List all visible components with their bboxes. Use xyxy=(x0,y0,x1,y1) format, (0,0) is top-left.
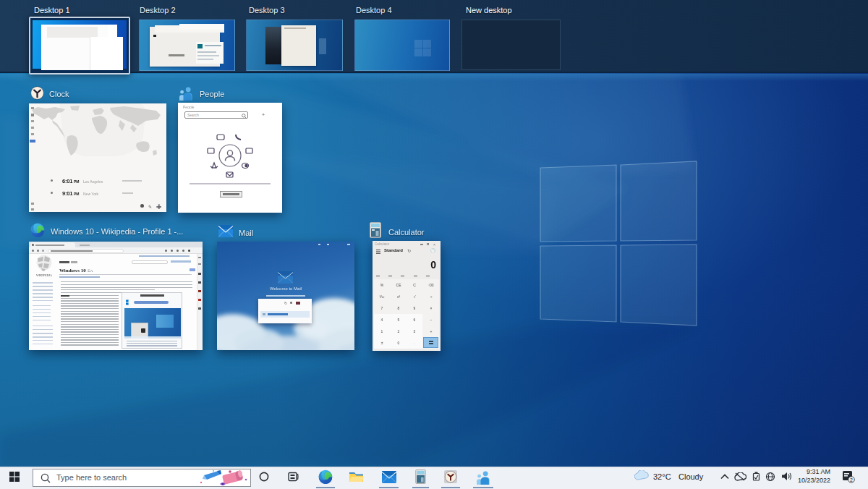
svg-text:−: − xyxy=(430,318,433,322)
svg-text:√: √ xyxy=(414,294,416,299)
svg-text:1: 1 xyxy=(381,329,383,333)
svg-text:×: × xyxy=(430,306,433,310)
svg-text:.: . xyxy=(414,341,414,345)
svg-text:7: 7 xyxy=(381,306,383,310)
svg-text:CE: CE xyxy=(396,283,402,287)
svg-text:4: 4 xyxy=(381,318,383,322)
svg-text:3: 3 xyxy=(414,329,416,333)
svg-text:÷: ÷ xyxy=(430,294,433,299)
svg-text:WIKIPEDIA: WIKIPEDIA xyxy=(36,273,52,277)
svg-text:8: 8 xyxy=(398,306,400,310)
svg-text:2: 2 xyxy=(850,477,853,482)
svg-text:⅒: ⅒ xyxy=(380,294,385,299)
svg-text:+: + xyxy=(430,329,433,333)
svg-text:5: 5 xyxy=(398,318,400,322)
svg-text:0: 0 xyxy=(398,341,400,345)
svg-text:9: 9 xyxy=(414,306,416,310)
svg-text:x²: x² xyxy=(397,294,401,299)
svg-text:±: ± xyxy=(381,341,383,345)
svg-text:6: 6 xyxy=(414,318,416,322)
svg-text:%: % xyxy=(380,283,384,287)
svg-text:C: C xyxy=(413,283,416,287)
svg-text:⌫: ⌫ xyxy=(428,283,433,287)
svg-text:2: 2 xyxy=(398,329,400,333)
